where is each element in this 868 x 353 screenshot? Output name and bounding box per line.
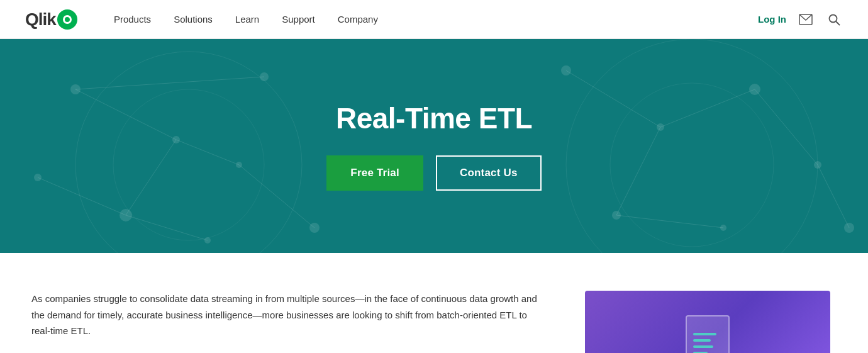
search-icon-button[interactable] <box>825 11 843 28</box>
svg-point-10 <box>204 237 211 244</box>
logo-inner-circle <box>63 15 72 24</box>
content-paragraph-1: As companies struggle to consolidate dat… <box>31 291 547 339</box>
doc-line-3 <box>693 345 713 348</box>
main-nav: Products Solutions Learn Support Company <box>103 0 758 39</box>
svg-point-4 <box>172 136 180 143</box>
svg-point-3 <box>70 84 81 94</box>
svg-point-21 <box>610 83 774 247</box>
svg-point-20 <box>566 39 818 253</box>
svg-point-12 <box>657 123 664 131</box>
svg-point-13 <box>749 84 760 95</box>
doc-line-1 <box>693 333 716 335</box>
free-trial-button[interactable]: Free Trial <box>326 155 423 191</box>
svg-point-19 <box>113 89 264 240</box>
logo[interactable]: Qlik <box>25 9 77 30</box>
nav-item-support[interactable]: Support <box>270 0 326 39</box>
svg-line-29 <box>566 70 660 127</box>
contact-us-button[interactable]: Contact Us <box>436 155 542 191</box>
svg-point-6 <box>260 72 269 81</box>
doc-line-2 <box>693 339 711 342</box>
svg-line-26 <box>126 215 208 240</box>
content-image-placeholder <box>585 291 830 353</box>
svg-point-17 <box>844 223 854 233</box>
hero-title: Real-Time ETL <box>336 101 532 135</box>
nav-item-learn[interactable]: Learn <box>224 0 270 39</box>
svg-point-11 <box>561 65 571 76</box>
svg-line-24 <box>75 77 264 89</box>
mail-icon-button[interactable] <box>796 11 815 28</box>
svg-line-22 <box>75 89 176 140</box>
svg-line-25 <box>176 140 239 165</box>
hero-section: Real-Time ETL Free Trial Contact Us <box>0 39 868 253</box>
svg-point-14 <box>814 161 821 169</box>
navbar-right: Log In <box>758 11 843 28</box>
nav-item-products[interactable]: Products <box>103 0 162 39</box>
svg-point-16 <box>720 225 726 231</box>
svg-line-32 <box>616 127 660 215</box>
svg-line-34 <box>818 165 849 228</box>
navbar: Qlik Products Solutions Learn Support Co… <box>0 0 868 39</box>
nav-item-solutions[interactable]: Solutions <box>162 0 224 39</box>
hero-background-graphic <box>0 39 868 253</box>
svg-line-28 <box>239 165 314 228</box>
svg-point-9 <box>309 223 320 233</box>
logo-text: Qlik <box>25 9 56 30</box>
content-section: As companies struggle to consolidate dat… <box>0 253 868 353</box>
logo-icon <box>57 9 77 30</box>
svg-line-31 <box>755 89 818 165</box>
document-icon <box>686 315 730 353</box>
svg-line-23 <box>126 140 176 215</box>
svg-point-18 <box>75 52 302 253</box>
svg-point-5 <box>120 209 132 221</box>
svg-line-27 <box>38 177 126 215</box>
mail-icon <box>799 14 813 25</box>
content-text: As companies struggle to consolidate dat… <box>31 291 547 353</box>
svg-point-15 <box>612 211 621 220</box>
svg-point-8 <box>34 174 42 181</box>
svg-line-30 <box>660 89 755 127</box>
nav-item-company[interactable]: Company <box>326 0 389 39</box>
hero-buttons: Free Trial Contact Us <box>326 155 541 191</box>
svg-line-2 <box>836 21 840 25</box>
login-link[interactable]: Log In <box>758 14 786 25</box>
svg-point-7 <box>236 162 242 168</box>
svg-line-33 <box>616 215 723 228</box>
svg-point-1 <box>830 14 837 22</box>
search-icon <box>828 13 840 26</box>
